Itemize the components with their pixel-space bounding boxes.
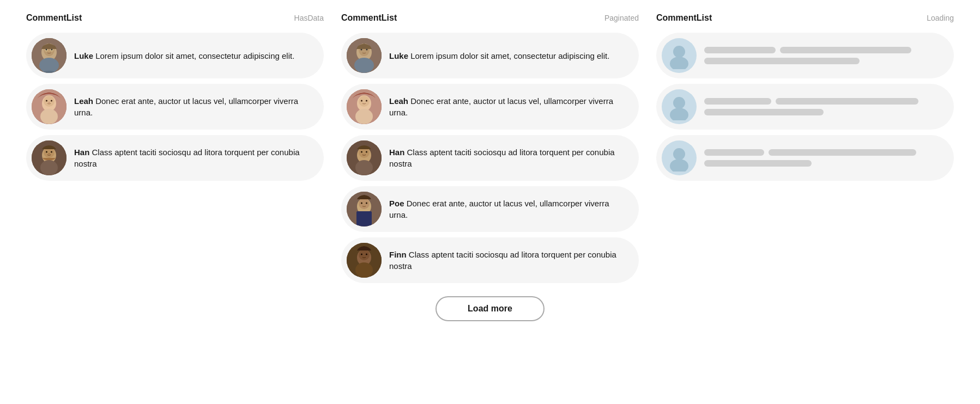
avatar-leah2 <box>347 89 382 124</box>
svg-point-32 <box>361 100 362 102</box>
comment-text-luke2: Luke Lorem ipsum dolor sit amet, consect… <box>389 50 609 62</box>
svg-point-56 <box>673 97 685 109</box>
svg-point-55 <box>670 57 688 69</box>
svg-point-31 <box>359 96 370 107</box>
skeleton-avatar-3 <box>662 140 697 175</box>
svg-point-8 <box>39 58 59 73</box>
avatar-luke2 <box>347 38 382 73</box>
comment-text-han2: Han Class aptent taciti sociosqu ad lito… <box>389 146 628 169</box>
skeleton-line <box>776 98 919 105</box>
svg-point-22 <box>40 160 58 175</box>
avatar-luke <box>32 38 66 73</box>
svg-point-7 <box>48 51 50 52</box>
svg-rect-47 <box>356 211 372 227</box>
column-header-paginated: CommentList Paginated <box>341 13 639 23</box>
column-title-loading: CommentList <box>656 13 712 23</box>
comment-text-finn: Finn Class aptent taciti sociosqu ad lit… <box>389 249 628 272</box>
column-badge-paginated: Paginated <box>604 14 639 22</box>
comment-text-luke: Luke Lorem ipsum dolor sit amet, consect… <box>74 50 294 62</box>
skeleton-line <box>704 47 776 53</box>
svg-point-15 <box>40 109 58 124</box>
skeleton-item-2 <box>656 84 954 130</box>
skeleton-lines-3 <box>704 149 943 167</box>
comment-text-poe: Poe Donec erat ante, auctor ut lacus vel… <box>389 198 628 221</box>
comment-item-han: Han Class aptent taciti sociosqu ad lito… <box>26 135 324 181</box>
svg-point-11 <box>44 96 55 107</box>
skeleton-line <box>704 160 812 167</box>
skeleton-line <box>704 149 764 156</box>
svg-point-45 <box>366 203 367 204</box>
svg-point-58 <box>673 148 685 160</box>
skeleton-line <box>704 98 771 105</box>
svg-point-12 <box>46 100 47 102</box>
skeleton-line <box>780 47 911 53</box>
svg-point-34 <box>355 109 373 124</box>
avatar-han <box>32 140 66 175</box>
svg-point-38 <box>361 151 362 153</box>
svg-point-33 <box>366 100 367 102</box>
comment-list-has-data: Luke Lorem ipsum dolor sit amet, consect… <box>26 33 324 181</box>
comment-item-finn: Finn Class aptent taciti sociosqu ad lit… <box>341 237 639 283</box>
column-loading: CommentList Loading <box>648 13 963 321</box>
avatar-poe <box>347 192 382 227</box>
svg-point-28 <box>354 58 374 73</box>
column-badge-loading: Loading <box>927 14 954 22</box>
column-paginated: CommentList Paginated <box>332 13 648 321</box>
comment-text-leah: Leah Donec erat ante, auctor ut lacus ve… <box>74 95 313 118</box>
skeleton-avatar-1 <box>662 38 697 73</box>
columns-wrapper: CommentList HasData <box>17 13 963 321</box>
skeleton-item-3 <box>656 135 954 181</box>
avatar-leah <box>32 89 66 124</box>
comment-item-han2: Han Class aptent taciti sociosqu ad lito… <box>341 135 639 181</box>
svg-point-21 <box>49 153 50 154</box>
skeleton-avatar-2 <box>662 89 697 124</box>
svg-point-50 <box>359 249 370 260</box>
skeleton-line <box>769 149 917 156</box>
svg-point-59 <box>670 159 688 172</box>
column-header-has-data: CommentList HasData <box>26 13 324 23</box>
avatar-finn <box>347 243 382 278</box>
comment-item-leah: Leah Donec erat ante, auctor ut lacus ve… <box>26 84 324 130</box>
column-title-paginated: CommentList <box>341 13 397 23</box>
svg-point-52 <box>366 254 367 255</box>
svg-point-53 <box>355 262 373 278</box>
column-title-has-data: CommentList <box>26 13 82 23</box>
skeleton-line <box>704 109 824 115</box>
svg-point-19 <box>46 151 47 153</box>
skeleton-lines-1 <box>704 47 943 64</box>
column-has-data: CommentList HasData <box>17 13 332 321</box>
column-badge-has-data: HasData <box>294 14 324 22</box>
svg-point-57 <box>670 108 688 120</box>
comment-item-leah2: Leah Donec erat ante, auctor ut lacus ve… <box>341 84 639 130</box>
svg-point-14 <box>49 102 50 103</box>
svg-point-20 <box>51 151 52 153</box>
comment-text-leah2: Leah Donec erat ante, auctor ut lacus ve… <box>389 95 628 118</box>
comment-item-luke: Luke Lorem ipsum dolor sit amet, consect… <box>26 33 324 78</box>
column-header-loading: CommentList Loading <box>656 13 954 23</box>
comment-item-luke2: Luke Lorem ipsum dolor sit amet, consect… <box>341 33 639 78</box>
comment-item-poe: Poe Donec erat ante, auctor ut lacus vel… <box>341 186 639 232</box>
comment-text-han: Han Class aptent taciti sociosqu ad lito… <box>74 146 313 169</box>
load-more-wrapper: Load more <box>341 296 639 321</box>
svg-point-44 <box>361 203 362 204</box>
avatar-han2 <box>347 140 382 175</box>
svg-point-51 <box>361 254 362 255</box>
skeleton-lines-2 <box>704 98 943 115</box>
comment-list-loading <box>656 33 954 181</box>
svg-point-13 <box>51 100 52 102</box>
svg-point-40 <box>355 160 373 175</box>
svg-point-54 <box>673 46 685 58</box>
load-more-button[interactable]: Load more <box>435 296 545 321</box>
comment-list-paginated: Luke Lorem ipsum dolor sit amet, consect… <box>341 33 639 283</box>
svg-point-43 <box>359 198 370 209</box>
skeleton-item-1 <box>656 33 954 78</box>
skeleton-line <box>704 58 860 64</box>
svg-point-39 <box>366 151 367 153</box>
